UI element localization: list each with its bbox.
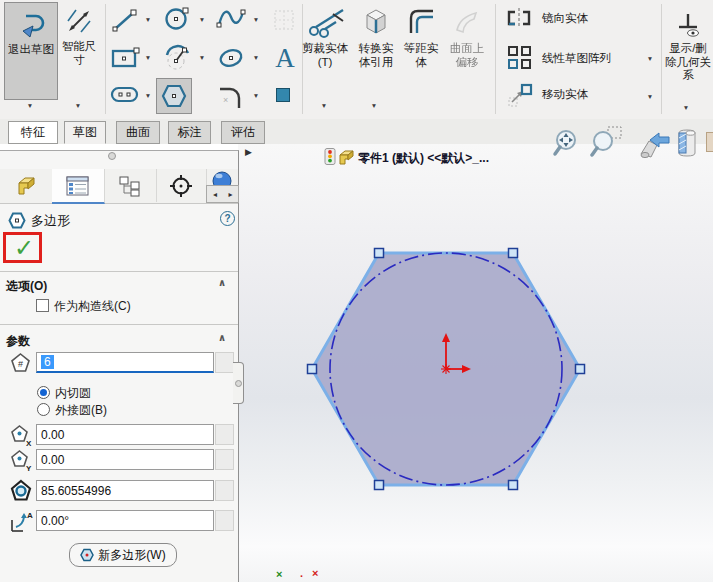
exit-sketch-button[interactable]: 退出草图 — [4, 2, 58, 100]
smart-dimension-button[interactable]: 智能尺寸 — [56, 2, 102, 98]
parameters-section-header[interactable]: 参数 — [6, 333, 30, 350]
center-x-input[interactable]: 0.00 — [36, 424, 214, 445]
sides-count-spinner[interactable] — [215, 352, 234, 373]
section-divider — [0, 271, 238, 272]
spline-tool-dropdown[interactable]: ▼ — [250, 16, 262, 23]
inscribed-circle-radio[interactable] — [37, 386, 50, 399]
tab-sketch[interactable]: 草图 — [64, 121, 106, 144]
linear-pattern-button[interactable]: 线性草图阵列 — [500, 44, 628, 72]
mirror-entities-button[interactable]: 镜向实体 — [500, 6, 628, 32]
manager-tab-scroll-left[interactable]: ◂ — [206, 185, 224, 203]
circle-tool-button[interactable] — [160, 4, 194, 34]
help-icon[interactable]: ? — [220, 211, 235, 226]
spline-tool-button[interactable] — [212, 5, 250, 34]
tab-surfaces[interactable]: 曲面 — [116, 121, 160, 144]
center-x-spinner[interactable] — [215, 424, 234, 445]
display-delete-relations-button[interactable]: 显示/删除几何关系 — [664, 4, 712, 104]
angle-spinner[interactable] — [215, 510, 234, 531]
ribbon-divider — [105, 4, 106, 114]
exit-sketch-label: 退出草图 — [8, 43, 54, 57]
vertex-handle[interactable] — [576, 365, 585, 374]
circumscribed-circle-radio[interactable] — [37, 403, 50, 416]
options-collapse-chevron[interactable]: ∧ — [218, 277, 226, 288]
polygon-tool-button[interactable] — [156, 78, 192, 114]
tab-feature-manager[interactable] — [0, 169, 53, 202]
trim-scissors-icon — [306, 6, 346, 38]
slot-tool-dropdown[interactable]: ▼ — [142, 92, 154, 99]
line-tool-button[interactable] — [108, 6, 140, 34]
convert-entities-cube-icon — [361, 6, 391, 38]
move-entities-dropdown[interactable]: ▼ — [644, 93, 656, 100]
circle-diameter-input[interactable]: 85.60554996 — [36, 480, 214, 501]
mirror-entities-icon — [503, 8, 535, 29]
rectangle-tool-dropdown[interactable]: ▼ — [142, 54, 154, 61]
tab-property-manager[interactable] — [52, 169, 105, 204]
tab-display-manager[interactable] — [206, 169, 238, 185]
tab-features[interactable]: 特征 — [8, 121, 58, 144]
flyout-tree-part-name[interactable]: 零件1 (默认) <<默认>_... — [358, 150, 489, 167]
sketch-fillet-dropdown[interactable]: ▼ — [250, 92, 262, 99]
arc-tool-button[interactable] — [160, 42, 196, 74]
rectangle-tool-button[interactable] — [108, 44, 142, 72]
sketch-canvas[interactable] — [238, 144, 713, 582]
parameters-collapse-chevron[interactable]: ∧ — [218, 332, 226, 343]
toolbar-partial-icon[interactable] — [706, 132, 713, 152]
construction-line-checkbox[interactable] — [36, 299, 49, 312]
tab-evaluate[interactable]: 评估 — [221, 121, 265, 144]
trim-entities-button[interactable]: 剪裁实体(T) — [298, 4, 352, 76]
linear-pattern-dropdown[interactable]: ▼ — [644, 55, 656, 62]
point-tool-button[interactable] — [276, 88, 290, 102]
center-y-spinner[interactable] — [215, 449, 234, 470]
angle-input[interactable]: 0.00° — [36, 510, 214, 531]
section-view-icon[interactable] — [672, 126, 703, 160]
zoom-to-area-icon[interactable] — [590, 126, 624, 159]
tab-markup[interactable]: 标注 — [168, 121, 211, 144]
mesh-sketch-button[interactable] — [272, 8, 296, 32]
line-tool-dropdown[interactable]: ▼ — [142, 16, 154, 23]
tab-dimxpert-manager[interactable] — [156, 169, 207, 202]
arc-tool-dropdown[interactable]: ▼ — [196, 54, 208, 61]
ellipse-tool-button[interactable] — [212, 44, 250, 72]
ribbon-divider — [661, 4, 662, 114]
tab-configuration-manager[interactable] — [104, 169, 157, 202]
slot-tool-button[interactable] — [108, 82, 142, 108]
ellipse-tool-dropdown[interactable]: ▼ — [250, 54, 262, 61]
circumscribed-circle-label[interactable]: 外接圆(B) — [55, 402, 107, 419]
graphics-area[interactable] — [238, 144, 713, 582]
move-entities-button[interactable]: 移动实体 — [500, 82, 628, 108]
flyout-tree-expand-arrow[interactable]: ▶ — [245, 147, 252, 157]
previous-view-icon[interactable] — [638, 128, 672, 159]
vertex-handle[interactable] — [375, 249, 384, 258]
sketch-fillet-button[interactable]: × — [212, 80, 248, 112]
exit-sketch-dropdown[interactable]: ▼ — [22, 102, 38, 109]
offset-entities-label: 等距实体 — [400, 42, 442, 69]
center-x-icon: X — [10, 424, 33, 447]
display-relations-dropdown[interactable]: ▼ — [680, 104, 692, 111]
circle-tool-dropdown[interactable]: ▼ — [196, 16, 208, 23]
vertex-handle[interactable] — [308, 365, 317, 374]
construction-line-label[interactable]: 作为构造线(C) — [54, 298, 131, 315]
vertex-handle[interactable] — [509, 249, 518, 258]
options-section-header[interactable]: 选项(O) — [6, 278, 47, 295]
zoom-to-fit-icon[interactable] — [552, 128, 582, 159]
trim-entities-dropdown[interactable]: ▼ — [318, 102, 330, 109]
property-manager-panel: ◂ ▸ 多边形 ? ✓ 选项(O) ∧ 作为构造线(C) 参数 ∧ # 6 — [0, 150, 239, 582]
smart-dimension-dropdown[interactable]: ▼ — [70, 102, 86, 109]
center-y-input[interactable]: 0.00 — [36, 449, 214, 470]
inscribed-circle-label[interactable]: 内切圆 — [55, 385, 91, 402]
new-polygon-button[interactable]: 新多边形(W) — [69, 543, 177, 567]
tab-surfaces-label: 曲面 — [126, 124, 150, 141]
sides-count-input[interactable]: 6 — [36, 352, 214, 373]
convert-entities-button[interactable]: 转换实体引用 — [352, 4, 400, 76]
panel-resize-splitter[interactable] — [233, 362, 244, 404]
offset-on-surface-button[interactable]: 曲面上偏移 — [446, 4, 488, 68]
vertex-handle[interactable] — [509, 481, 518, 490]
circle-diameter-spinner[interactable] — [215, 480, 234, 501]
offset-entities-button[interactable]: 等距实体 — [398, 4, 444, 70]
manager-tab-scroll-right[interactable]: ▸ — [223, 185, 239, 203]
convert-entities-dropdown[interactable]: ▼ — [368, 102, 380, 109]
vertex-handle[interactable] — [375, 481, 384, 490]
angle-value: 0.00° — [41, 514, 69, 528]
panel-splitter-grip[interactable] — [108, 152, 116, 160]
text-tool-button[interactable]: A — [272, 42, 298, 74]
